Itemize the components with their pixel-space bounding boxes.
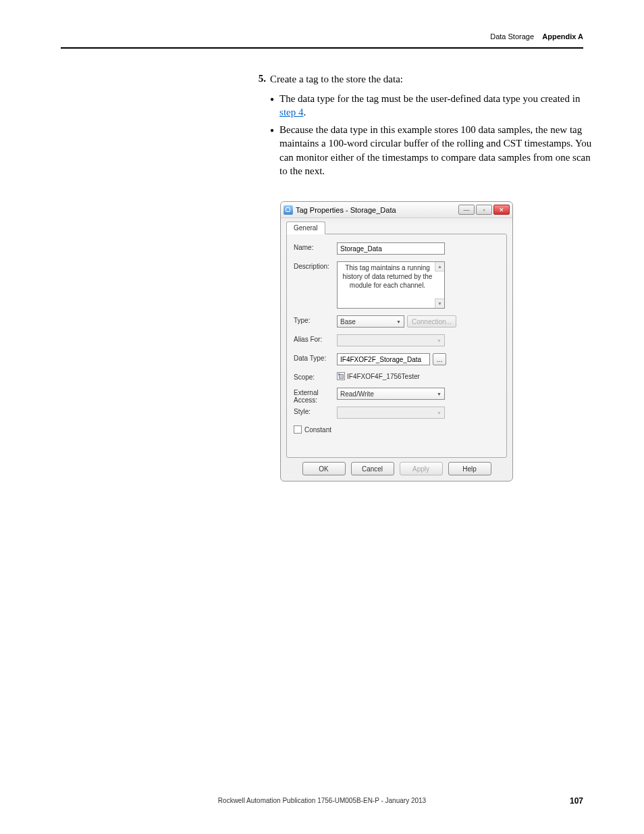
name-row: Name: xyxy=(294,242,500,255)
scroll-up-icon[interactable]: ▲ xyxy=(435,262,444,271)
scope-row: Scope: IF4FXOF4F_1756Tester xyxy=(294,372,500,381)
style-row: Style: ▼ xyxy=(294,407,500,419)
name-label: Name: xyxy=(294,242,337,251)
bullet-text: The data type for the tag must be the us… xyxy=(279,92,594,120)
bullet-text: Because the data type in this example st… xyxy=(279,123,594,178)
description-row: Description: This tag maintains a runnin… xyxy=(294,261,500,309)
extaccess-label: External Access: xyxy=(294,388,337,404)
constant-label: Constant xyxy=(304,426,331,434)
help-button[interactable]: Help xyxy=(448,462,491,475)
tab-row: General xyxy=(281,218,512,234)
bullet-dot: ● xyxy=(270,95,274,103)
chevron-down-icon: ▼ xyxy=(437,338,441,343)
tab-content: Name: Description: This tag maintains a … xyxy=(286,234,507,458)
dialog-button-row: OK Cancel Apply Help xyxy=(281,458,512,481)
window-buttons: — ▫ ✕ xyxy=(458,205,510,215)
description-textarea[interactable]: This tag maintains a running history of … xyxy=(337,261,445,309)
chevron-down-icon: ▼ xyxy=(396,319,401,324)
general-tab[interactable]: General xyxy=(286,221,325,234)
bullet-pre: The data type for the tag must be the us… xyxy=(279,93,580,104)
step-number: 5. xyxy=(250,73,266,84)
extaccess-row: External Access: Read/Write ▼ xyxy=(294,388,500,404)
alias-label: Alias For: xyxy=(294,334,337,343)
constant-checkbox[interactable] xyxy=(294,425,302,434)
style-dropdown: ▼ xyxy=(337,407,445,419)
dialog-titlebar[interactable]: Tag Properties - Storage_Data — ▫ ✕ xyxy=(281,202,512,218)
bullet-post: . xyxy=(303,107,306,118)
description-label: Description: xyxy=(294,261,337,270)
extaccess-dropdown[interactable]: Read/Write ▼ xyxy=(337,388,445,400)
close-button[interactable]: ✕ xyxy=(493,205,510,215)
minimize-button[interactable]: — xyxy=(458,205,475,215)
type-dropdown[interactable]: Base ▼ xyxy=(337,315,404,328)
alias-row: Alias For: ▼ xyxy=(294,334,500,346)
step4-link[interactable]: step 4 xyxy=(279,107,303,118)
header-section: Data Storage xyxy=(490,32,534,41)
chevron-down-icon: ▼ xyxy=(437,392,441,396)
style-label: Style: xyxy=(294,407,337,415)
extaccess-value: Read/Write xyxy=(340,390,374,398)
alias-dropdown: ▼ xyxy=(337,334,445,346)
page-footer: Rockwell Automation Publication 1756-UM0… xyxy=(0,793,644,806)
controller-icon xyxy=(337,372,345,380)
footer-text: Rockwell Automation Publication 1756-UM0… xyxy=(218,797,426,804)
step-row: 5. Create a tag to the store the data: xyxy=(250,73,594,86)
dialog-title: Tag Properties - Storage_Data xyxy=(296,206,458,214)
constant-row: Constant xyxy=(294,425,500,434)
description-text: This tag maintains a running history of … xyxy=(339,263,443,290)
datatype-label: Data Type: xyxy=(294,353,337,362)
type-value: Base xyxy=(340,318,356,325)
apply-button: Apply xyxy=(400,462,443,475)
type-row: Type: Base ▼ Connection... xyxy=(294,315,500,328)
datatype-row: Data Type: ... xyxy=(294,353,500,365)
chevron-down-icon: ▼ xyxy=(437,411,441,415)
body-content: 5. Create a tag to the store the data: ●… xyxy=(250,73,594,182)
type-label: Type: xyxy=(294,315,337,324)
header-label: Data Storage Appendix A xyxy=(490,32,583,41)
tag-properties-dialog: Tag Properties - Storage_Data — ▫ ✕ Gene… xyxy=(280,201,513,481)
scope-value-wrap: IF4FXOF4F_1756Tester xyxy=(337,372,420,380)
ok-button[interactable]: OK xyxy=(302,462,346,475)
maximize-button[interactable]: ▫ xyxy=(476,205,492,215)
scroll-down-icon[interactable]: ▼ xyxy=(435,298,444,308)
page-header: Data Storage Appendix A xyxy=(61,35,583,49)
scope-value: IF4FXOF4F_1756Tester xyxy=(347,373,420,380)
bullet-item: ● The data type for the tag must be the … xyxy=(270,92,594,120)
app-icon xyxy=(284,205,293,215)
name-input[interactable] xyxy=(337,242,445,255)
cancel-button[interactable]: Cancel xyxy=(351,462,394,475)
scope-label: Scope: xyxy=(294,372,337,381)
header-appendix: Appendix A xyxy=(542,32,583,41)
page-number: 107 xyxy=(570,796,583,806)
step-text: Create a tag to the store the data: xyxy=(270,73,403,86)
connection-button: Connection... xyxy=(407,315,456,328)
datatype-input[interactable] xyxy=(337,353,430,365)
bullet-dot: ● xyxy=(270,126,274,134)
browse-button[interactable]: ... xyxy=(433,353,446,365)
bullet-item: ● Because the data type in this example … xyxy=(270,123,594,178)
